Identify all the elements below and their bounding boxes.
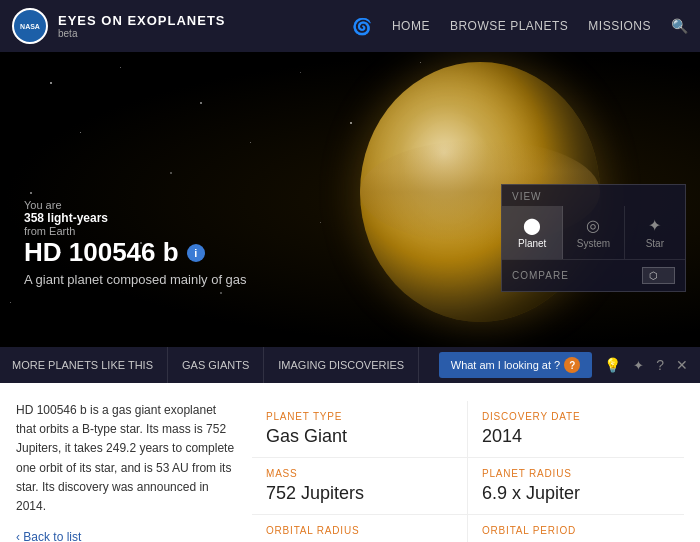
stat-planet-radius-value: 6.9 x Jupiter <box>482 483 670 504</box>
help-icon[interactable]: ? <box>656 357 664 373</box>
galaxy-icon: 🌀 <box>352 17 372 36</box>
nav-browse[interactable]: BROWSE PLANETS <box>450 19 568 33</box>
back-to-list-link[interactable]: ‹ Back to list <box>16 530 236 542</box>
view-star-label: Star <box>646 238 664 249</box>
header-nav: 🌀 HOME BROWSE PLANETS MISSIONS 🔍 <box>352 17 688 36</box>
stat-discovery-date-value: 2014 <box>482 426 670 447</box>
planet-name-block: HD 100546 b i A giant planet composed ma… <box>24 237 247 287</box>
stat-orbital-radius-label: ORBITAL RADIUS <box>266 525 453 536</box>
stat-discovery-date: DISCOVERY DATE 2014 <box>468 401 684 458</box>
stat-orbital-period: ORBITAL PERIOD 249.2 years <box>468 515 684 542</box>
distance-suffix: from Earth <box>24 225 108 237</box>
nasa-logo-text: NASA <box>20 23 40 30</box>
sparkle-icon[interactable]: ✦ <box>633 358 644 373</box>
nav-home[interactable]: HOME <box>392 19 430 33</box>
bottom-nav-icons: 💡 ✦ ? ✕ <box>604 357 688 373</box>
nasa-logo: NASA <box>12 8 48 44</box>
distance-value: 358 light-years <box>24 211 108 225</box>
stat-planet-radius-label: PLANET RADIUS <box>482 468 670 479</box>
distance-label: You are <box>24 199 108 211</box>
planet-subtitle: A giant planet composed mainly of gas <box>24 272 247 287</box>
view-panel: VIEW ⬤ Planet ◎ System ✦ Star COMPARE ⬡ <box>501 184 686 292</box>
stat-mass: MASS 752 Jupiters <box>252 458 468 515</box>
planet-icon: ⬤ <box>506 216 558 235</box>
nav-missions[interactable]: MISSIONS <box>588 19 651 33</box>
planet-description: HD 100546 b is a gas giant exoplanet tha… <box>16 401 236 516</box>
beta-label: beta <box>58 28 352 39</box>
content-section: HD 100546 b is a gas giant exoplanet tha… <box>0 383 700 542</box>
compare-row: COMPARE ⬡ <box>502 260 685 291</box>
view-system-btn[interactable]: ◎ System <box>563 206 624 259</box>
distance-info: You are 358 light-years from Earth <box>24 199 108 237</box>
stat-discovery-date-label: DISCOVERY DATE <box>482 411 670 422</box>
what-am-i-looking-button[interactable]: What am I looking at ? ? <box>439 352 592 378</box>
view-planet-btn[interactable]: ⬤ Planet <box>502 206 563 259</box>
system-icon: ◎ <box>567 216 619 235</box>
view-star-btn[interactable]: ✦ Star <box>625 206 685 259</box>
stat-mass-label: MASS <box>266 468 453 479</box>
nav-imaging-discoveries[interactable]: Imaging Discoveries <box>264 347 419 383</box>
search-icon[interactable]: 🔍 <box>671 18 688 34</box>
nav-more-planets[interactable]: MORE PLANETS LIKE THIS <box>12 347 168 383</box>
nav-gas-giants[interactable]: Gas Giants <box>168 347 264 383</box>
view-buttons: ⬤ Planet ◎ System ✦ Star <box>502 206 685 260</box>
question-badge: ? <box>564 357 580 373</box>
view-system-label: System <box>577 238 610 249</box>
star-icon: ✦ <box>629 216 681 235</box>
hero-section: You are 358 light-years from Earth HD 10… <box>0 52 700 347</box>
view-label: VIEW <box>502 185 685 206</box>
lightbulb-icon[interactable]: 💡 <box>604 357 621 373</box>
bottom-nav: MORE PLANETS LIKE THIS Gas Giants Imagin… <box>0 347 700 383</box>
app-title: EYES ON EXOPLANETS <box>58 13 352 28</box>
content-left: HD 100546 b is a gas giant exoplanet tha… <box>16 401 236 542</box>
header: NASA EYES ON EXOPLANETS beta 🌀 HOME BROW… <box>0 0 700 52</box>
header-title-block: EYES ON EXOPLANETS beta <box>58 13 352 39</box>
stat-orbital-radius: ORBITAL RADIUS 53.0 AU <box>252 515 468 542</box>
stat-planet-type-label: PLANET TYPE <box>266 411 453 422</box>
stat-planet-radius: PLANET RADIUS 6.9 x Jupiter <box>468 458 684 515</box>
stat-planet-type-value: Gas Giant <box>266 426 453 447</box>
stat-orbital-period-label: ORBITAL PERIOD <box>482 525 670 536</box>
planet-name: HD 100546 b i <box>24 237 247 268</box>
close-icon[interactable]: ✕ <box>676 357 688 373</box>
stat-mass-value: 752 Jupiters <box>266 483 453 504</box>
view-planet-label: Planet <box>518 238 546 249</box>
compare-label: COMPARE <box>512 270 569 281</box>
compare-select[interactable]: ⬡ <box>642 267 675 284</box>
planet-info-icon[interactable]: i <box>187 244 205 262</box>
what-btn-label: What am I looking at ? <box>451 359 560 371</box>
stat-planet-type: PLANET TYPE Gas Giant <box>252 401 468 458</box>
stats-grid: PLANET TYPE Gas Giant DISCOVERY DATE 201… <box>252 401 684 542</box>
